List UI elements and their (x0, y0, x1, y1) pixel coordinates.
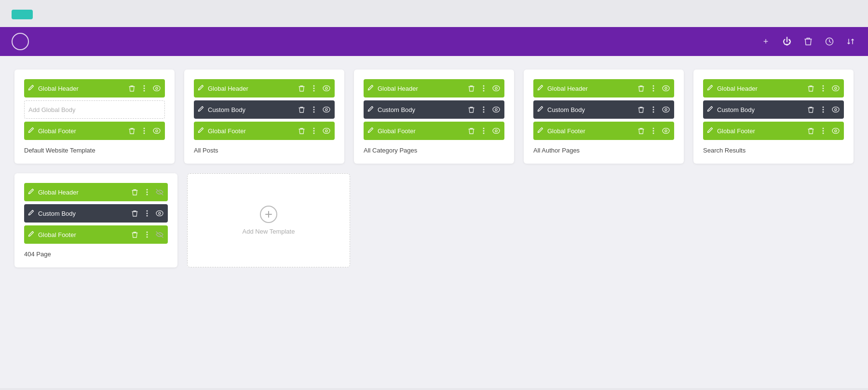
row-pencil-icon[interactable] (28, 209, 34, 217)
row-trash-btn[interactable] (806, 126, 815, 135)
svg-point-76 (147, 210, 148, 212)
row-pencil-icon[interactable] (28, 84, 34, 92)
save-button[interactable] (12, 10, 33, 19)
row-pencil-icon[interactable] (28, 231, 34, 238)
row-trash-btn[interactable] (297, 105, 306, 114)
svg-point-6 (153, 107, 160, 112)
row-eye-btn[interactable] (492, 126, 501, 135)
svg-point-70 (823, 133, 824, 134)
row-trash-btn[interactable] (467, 105, 475, 114)
row-pencil-icon[interactable] (198, 106, 204, 113)
row-pencil-icon[interactable] (537, 84, 543, 92)
add-template-icon[interactable]: + (760, 36, 772, 47)
row-pencil-icon[interactable] (28, 127, 34, 135)
row-trash-btn[interactable] (297, 84, 306, 93)
add-template-label: Add New Template (243, 228, 295, 235)
svg-point-82 (147, 234, 148, 236)
row-dots-btn[interactable] (143, 188, 151, 196)
row-trash-btn[interactable] (467, 126, 475, 135)
row-dots-btn[interactable] (140, 126, 149, 135)
row-eye-btn[interactable] (322, 84, 331, 93)
svg-point-68 (823, 128, 824, 129)
row-pencil-icon[interactable] (367, 84, 374, 92)
svg-point-74 (147, 192, 148, 193)
row-dots-btn[interactable] (649, 105, 658, 114)
power-icon[interactable]: ⏻ (781, 36, 793, 47)
row-item-all-author-2: Global Footer (533, 122, 674, 140)
row-trash-btn[interactable] (127, 84, 136, 93)
row-eye-btn[interactable] (155, 230, 164, 239)
row-eye-btn[interactable] (831, 84, 840, 93)
svg-point-35 (483, 111, 485, 113)
row-pencil-icon[interactable] (198, 127, 204, 135)
row-dots-btn[interactable] (479, 105, 488, 114)
row-eye-btn[interactable] (152, 105, 161, 114)
row-eye-btn[interactable] (831, 105, 840, 114)
row-trash-btn[interactable] (130, 209, 139, 218)
row-trash-btn[interactable] (637, 126, 645, 135)
row-trash-btn[interactable] (806, 84, 815, 93)
row-pencil-icon[interactable] (537, 127, 543, 135)
row-eye-btn[interactable] (155, 209, 164, 218)
row-pencil-icon[interactable] (367, 106, 374, 113)
row-pencil-icon[interactable] (537, 106, 543, 113)
row-eye-btn[interactable] (831, 126, 840, 135)
row-dots-btn[interactable] (479, 84, 488, 93)
row-eye-btn[interactable] (662, 84, 670, 93)
row-dots-btn[interactable] (140, 84, 149, 93)
svg-point-34 (483, 109, 485, 111)
row-dots-btn[interactable] (479, 126, 488, 135)
row-eye-btn[interactable] (322, 126, 331, 135)
row-trash-btn[interactable] (637, 84, 645, 93)
row-trash-btn[interactable] (130, 188, 139, 196)
row-label: Custom Body (378, 106, 467, 113)
row-dots-btn[interactable] (649, 84, 658, 93)
row-pencil-icon[interactable] (707, 127, 713, 135)
main-content: Global Header Add Global Body (0, 56, 868, 388)
row-eye-btn[interactable] (155, 188, 164, 196)
svg-point-39 (483, 130, 485, 132)
row-dots-btn[interactable] (310, 105, 318, 114)
row-trash-btn[interactable] (297, 126, 306, 135)
row-pencil-icon[interactable] (367, 127, 374, 135)
row-actions (130, 188, 164, 196)
row-trash-btn[interactable] (637, 105, 645, 114)
row-pencil-icon[interactable] (707, 84, 713, 92)
row-dots-btn[interactable] (143, 209, 151, 218)
row-pencil-icon[interactable] (28, 188, 34, 196)
row-pencil-icon[interactable] (198, 84, 204, 92)
svg-point-62 (835, 87, 837, 89)
row-dots-btn[interactable] (143, 230, 151, 239)
row-dots-btn[interactable] (819, 84, 827, 93)
row-eye-btn[interactable] (662, 126, 670, 135)
row-dots-btn[interactable] (819, 126, 827, 135)
add-new-template-button[interactable]: Add New Template (187, 173, 350, 267)
row-dots-btn[interactable] (819, 105, 827, 114)
row-label: Global Header (208, 85, 297, 92)
row-pencil-icon[interactable] (707, 106, 713, 113)
row-trash-btn[interactable] (130, 230, 139, 239)
row-trash-btn[interactable] (467, 84, 475, 93)
delete-all-icon[interactable] (802, 36, 814, 47)
row-actions (130, 230, 164, 239)
svg-point-29 (483, 88, 485, 89)
row-eye-btn[interactable] (492, 84, 501, 93)
row-eye-btn[interactable] (492, 105, 501, 114)
sort-icon[interactable] (845, 36, 856, 47)
add-template-circle-icon (260, 206, 277, 223)
row-item-404-2: Global Footer (24, 225, 168, 244)
row-trash-btn[interactable] (806, 105, 815, 114)
row-item-search-results-1: Custom Body (703, 100, 844, 119)
row-dots-btn[interactable] (310, 84, 318, 93)
row-label: Custom Body (717, 106, 806, 113)
row-eye-btn[interactable] (662, 105, 670, 114)
row-dots-btn[interactable] (310, 126, 318, 135)
row-eye-btn[interactable] (152, 126, 161, 135)
row-eye-btn[interactable] (322, 105, 331, 114)
row-trash-btn[interactable] (127, 126, 136, 135)
row-dots-btn[interactable] (649, 126, 658, 135)
template-card-label: Default Website Template (24, 147, 165, 154)
history-icon[interactable] (824, 36, 835, 47)
svg-point-13 (313, 85, 315, 87)
row-eye-btn[interactable] (152, 84, 161, 93)
